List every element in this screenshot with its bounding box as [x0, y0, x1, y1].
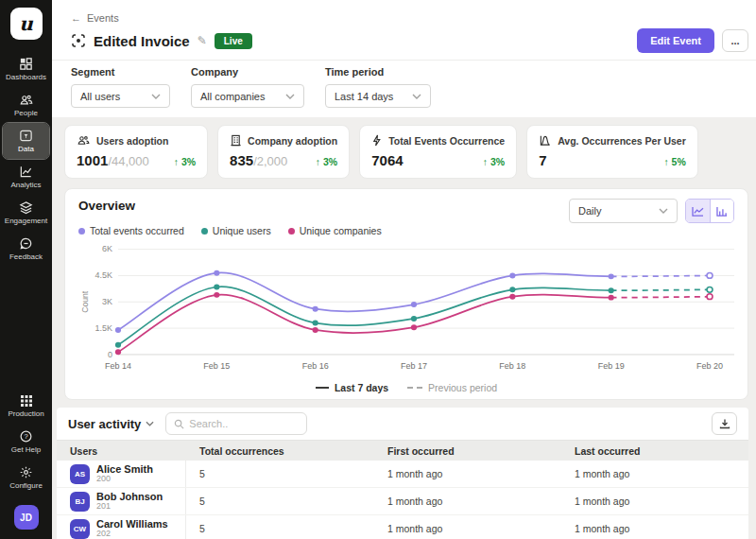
- edit-event-button[interactable]: Edit Event: [637, 28, 714, 53]
- user-id: 201: [96, 502, 163, 512]
- stats-cards-row: Users adoption 1001/44,000 ↑ 3% Company …: [64, 125, 748, 179]
- svg-text:Feb 15: Feb 15: [203, 361, 230, 371]
- users-icon: [77, 134, 91, 147]
- segment-select[interactable]: All users: [71, 84, 170, 108]
- userpilot-logo[interactable]: u: [10, 8, 43, 40]
- sidebar-item-people[interactable]: People: [3, 87, 49, 123]
- sidebar-item-analytics[interactable]: Analytics: [3, 159, 49, 195]
- chart-canvas: 01.5K3K4.5K6KFeb 14Feb 15Feb 16Feb 17Feb…: [78, 240, 736, 376]
- up-arrow-icon: ↑: [483, 156, 488, 167]
- sidebar-item-label: Analytics: [10, 181, 41, 189]
- filter-company: Company All companies: [191, 66, 304, 108]
- card-value: 835: [230, 152, 253, 168]
- company-select[interactable]: All companies: [191, 84, 304, 108]
- filter-label: Company: [191, 66, 304, 79]
- data-icon: [19, 129, 33, 143]
- card-label: Avg. Occurrences Per User: [558, 135, 686, 147]
- user-avatar[interactable]: JD: [14, 505, 39, 530]
- sidebar-item-label: Configure: [9, 481, 43, 490]
- sidebar-item-label: Get Help: [11, 445, 42, 454]
- chart-type-toggle: [685, 199, 734, 223]
- card-value: 1001: [77, 152, 108, 168]
- app-window: u Dashboards People Data: [0, 0, 756, 539]
- user-activity-title-dropdown[interactable]: User activity: [68, 417, 154, 431]
- column-header-first-occurred: First occurred: [374, 441, 561, 461]
- total-occurrences-cell: 5: [186, 488, 374, 514]
- svg-text:6K: 6K: [102, 245, 112, 254]
- card-change: ↑ 5%: [639, 156, 685, 167]
- legend-dot: [201, 228, 208, 235]
- filter-label: Time period: [325, 66, 431, 79]
- user-id: 202: [96, 530, 168, 539]
- sidebar-item-label: Feedback: [9, 252, 43, 261]
- granularity-select[interactable]: Daily: [569, 199, 678, 223]
- line-chart-toggle[interactable]: [686, 200, 710, 222]
- svg-text:0: 0: [108, 350, 112, 359]
- avatar: CW: [70, 519, 90, 539]
- title-row: Edited Invoice ✎ Live Edit Event ...: [71, 26, 748, 55]
- table-row[interactable]: AS Alice Smith 200 5 1 month ago 1 month…: [57, 461, 748, 488]
- avatar: AS: [70, 464, 90, 484]
- table-row[interactable]: BJ Bob Johnson 201 5 1 month ago 1 month…: [57, 488, 748, 515]
- legend-item-unique-users: Unique users: [201, 225, 271, 236]
- user-id: 200: [96, 475, 153, 484]
- user-activity-header: User activity: [57, 408, 748, 440]
- filter-time-period: Time period Last 14 days: [325, 66, 431, 108]
- page-title: Edited Invoice: [94, 33, 190, 49]
- svg-text:Feb 20: Feb 20: [696, 361, 723, 371]
- card-value: 7: [539, 152, 546, 168]
- breadcrumb-events[interactable]: ← Events: [71, 11, 119, 25]
- sidebar-item-label: Engagement: [5, 217, 47, 225]
- sidebar-item-configure[interactable]: Configure: [3, 460, 49, 496]
- up-arrow-icon: ↑: [316, 156, 320, 167]
- column-header-last-occurred: Last occurred: [561, 441, 748, 461]
- sidebar-item-engagement[interactable]: Engagement: [3, 195, 49, 231]
- filters-row: Segment All users Company All companies …: [71, 61, 748, 117]
- search-input[interactable]: [189, 418, 299, 429]
- card-value: 7064: [371, 152, 403, 168]
- sidebar-item-production[interactable]: Production: [3, 388, 49, 424]
- more-options-button[interactable]: ...: [722, 29, 748, 52]
- analytics-icon: [19, 165, 33, 179]
- card-change: ↑ 3%: [149, 156, 196, 167]
- granularity-select-value: Daily: [578, 205, 601, 217]
- legend-item-total-events: Total events occurred: [78, 225, 184, 236]
- logo-letter: u: [19, 14, 33, 33]
- distribution-icon: [539, 134, 552, 147]
- edit-title-icon[interactable]: ✎: [198, 34, 207, 47]
- line-chart: 01.5K3K4.5K6KFeb 14Feb 15Feb 16Feb 17Feb…: [78, 240, 734, 380]
- time-period-select[interactable]: Last 14 days: [325, 84, 431, 108]
- dashed-line-sample: [407, 387, 422, 389]
- sidebar-bottom: Production ? Get Help Configure JD: [3, 388, 49, 539]
- card-label: Company adoption: [248, 135, 337, 147]
- table-row[interactable]: CW Carol Williams 202 5 1 month ago 1 mo…: [57, 515, 748, 539]
- sidebar-item-get-help[interactable]: ? Get Help: [3, 424, 49, 460]
- legend-previous-period: Previous period: [407, 382, 497, 393]
- first-occurred-cell: 1 month ago: [374, 488, 561, 514]
- card-company-adoption: Company adoption 835/2,000 ↑ 3%: [217, 125, 350, 179]
- sidebar-item-label: Data: [18, 145, 34, 153]
- sidebar-item-feedback[interactable]: Feedback: [3, 231, 49, 267]
- up-arrow-icon: ↑: [663, 156, 668, 167]
- card-change: ↑ 3%: [291, 156, 337, 167]
- column-header-users: Users: [57, 441, 186, 461]
- card-total: /44,000: [108, 154, 148, 168]
- total-occurrences-cell: 5: [186, 461, 374, 487]
- bar-chart-toggle[interactable]: [710, 200, 733, 222]
- user-activity-section: User activity Users Total occurrences Fi…: [57, 408, 748, 539]
- legend-last-7-days: Last 7 days: [316, 382, 388, 393]
- download-button[interactable]: [712, 412, 737, 435]
- people-icon: [19, 93, 34, 107]
- production-icon: [20, 393, 33, 408]
- event-scan-icon: [71, 33, 86, 48]
- last-occurred-cell: 1 month ago: [561, 515, 748, 539]
- sidebar-nav: Dashboards People Data Analytics: [0, 51, 52, 267]
- sidebar-item-dashboards[interactable]: Dashboards: [3, 51, 49, 87]
- svg-text:Feb 17: Feb 17: [401, 361, 427, 371]
- legend-dot: [78, 228, 85, 235]
- page-header: ← Events Edited Invoice ✎ Live Edit Even…: [52, 0, 756, 117]
- last-occurred-cell: 1 month ago: [561, 488, 748, 514]
- status-badge: Live: [215, 33, 252, 49]
- card-label: Total Events Occurrence: [388, 135, 505, 147]
- sidebar-item-data[interactable]: Data: [3, 123, 49, 159]
